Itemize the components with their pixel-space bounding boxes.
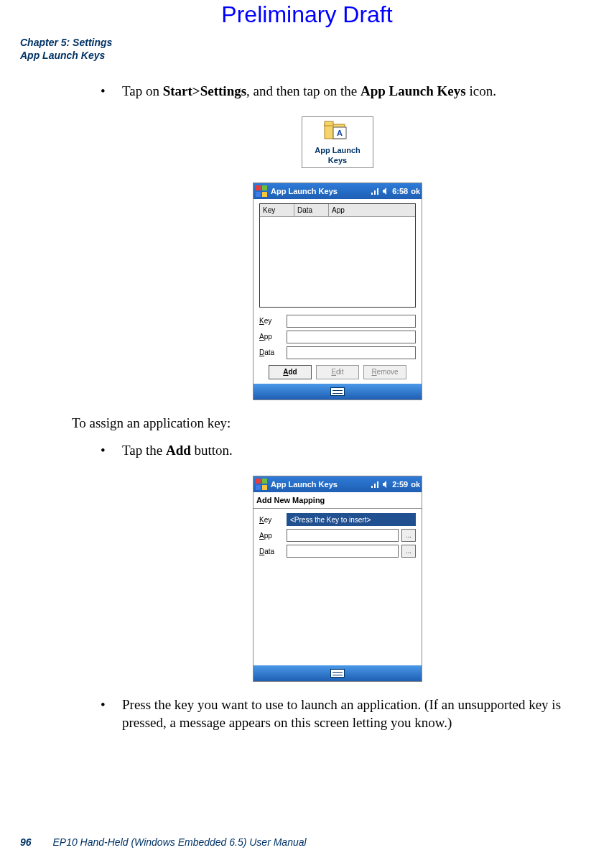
device-screen-1: App Launch Keys 6:58 ok Key Data App xyxy=(253,183,422,400)
text-fragment: Tap the xyxy=(122,443,166,458)
bullet-icon: • xyxy=(101,696,122,731)
titlebar-2: App Launch Keys 2:59 ok xyxy=(253,476,422,492)
windows-start-icon[interactable] xyxy=(255,478,268,491)
label-key-1: Key xyxy=(259,316,287,326)
svg-rect-4 xyxy=(256,185,261,190)
row-key-1: Key xyxy=(259,315,416,328)
figure-screen-1: App Launch Keys 6:58 ok Key Data App xyxy=(72,183,603,400)
bullet-icon: • xyxy=(101,83,122,101)
manual-title: EP10 Hand-Held (Windows Embedded 6.5) Us… xyxy=(52,836,306,848)
window-title-2: App Launch Keys xyxy=(271,476,371,492)
step-2: • Tap the Add button. xyxy=(101,442,603,460)
svg-rect-10 xyxy=(256,485,261,490)
page-header: Chapter 5: Settings App Launch Keys xyxy=(20,36,112,62)
sip-keyboard-icon[interactable] xyxy=(330,669,345,678)
add-label: Add xyxy=(166,443,191,458)
app-launch-keys-label: App Launch Keys xyxy=(361,83,466,98)
mappings-grid: Key Data App xyxy=(259,203,416,308)
row-data-2: Data ... xyxy=(259,545,416,558)
form-group-1: Key App Data xyxy=(259,315,416,359)
app-launch-keys-icon-badge: A App Launch Keys xyxy=(302,116,373,168)
svg-rect-7 xyxy=(262,192,267,197)
label-key-2: Key xyxy=(259,515,287,525)
data-field-1[interactable] xyxy=(287,346,416,359)
label-data-2: Data xyxy=(259,547,287,556)
app-field-2[interactable] xyxy=(287,529,399,542)
text-fragment: button. xyxy=(191,443,233,458)
key-field-1[interactable] xyxy=(287,315,416,328)
step-1: • Tap on Start>Settings, and then tap on… xyxy=(101,83,603,101)
ok-button-2[interactable]: ok xyxy=(411,476,420,492)
data-browse-button[interactable]: ... xyxy=(401,545,416,558)
page-footer: 96 EP10 Hand-Held (Windows Embedded 6.5)… xyxy=(20,836,307,848)
text-fragment: , and then tap on the xyxy=(246,83,361,98)
svg-rect-6 xyxy=(256,192,261,197)
col-data[interactable]: Data xyxy=(294,204,329,216)
clock-2: 2:59 xyxy=(392,476,408,492)
svg-rect-9 xyxy=(262,479,267,484)
step-2-text: Tap the Add button. xyxy=(122,442,603,460)
grid-header: Key Data App xyxy=(260,204,415,217)
device-screen-2: App Launch Keys 2:59 ok Add New Mapping … xyxy=(253,476,422,682)
row-app-2: App ... xyxy=(259,529,416,542)
step-1-text: Tap on Start>Settings, and then tap on t… xyxy=(122,83,603,101)
text-fragment: icon. xyxy=(466,83,496,98)
step-3-text: Press the key you want to use to launch … xyxy=(122,696,603,731)
window-title-1: App Launch Keys xyxy=(271,183,371,199)
svg-rect-11 xyxy=(262,485,267,490)
device-body-1: Key Data App Key App Data xyxy=(253,199,422,384)
add-new-mapping-title: Add New Mapping xyxy=(253,492,422,508)
icon-badge-line2: Keys xyxy=(302,155,373,165)
text-fragment: Tap on xyxy=(122,83,163,98)
clock-1: 6:58 xyxy=(392,183,408,199)
figure-screen-2: App Launch Keys 2:59 ok Add New Mapping … xyxy=(72,476,603,682)
row-key-2: Key <Press the Key to insert> xyxy=(259,513,416,526)
ok-button-1[interactable]: ok xyxy=(411,183,420,199)
svg-rect-5 xyxy=(262,185,267,190)
softkey-bar-1 xyxy=(253,384,422,400)
sip-keyboard-icon[interactable] xyxy=(330,387,345,396)
app-browse-button[interactable]: ... xyxy=(401,529,416,542)
status-area-2: 2:59 ok xyxy=(371,476,420,492)
label-data-1: Data xyxy=(259,348,287,357)
label-app-2: App xyxy=(259,531,287,540)
chapter-label: Chapter 5: Settings xyxy=(20,36,112,49)
volume-icon[interactable] xyxy=(382,187,389,195)
add-button[interactable]: Add xyxy=(269,365,312,379)
row-data-1: Data xyxy=(259,346,416,359)
edit-button: Edit xyxy=(316,365,359,379)
volume-icon[interactable] xyxy=(382,480,389,489)
svg-text:A: A xyxy=(337,129,343,137)
status-area-1: 6:58 ok xyxy=(371,183,420,199)
app-field-1[interactable] xyxy=(287,331,416,343)
step-3: • Press the key you want to use to launc… xyxy=(101,696,603,731)
bullet-icon: • xyxy=(101,442,122,460)
watermark-text: Preliminary Draft xyxy=(0,1,614,28)
connectivity-icon[interactable] xyxy=(371,187,379,195)
titlebar-1: App Launch Keys 6:58 ok xyxy=(253,183,422,199)
svg-rect-1 xyxy=(325,121,333,126)
key-field-2[interactable]: <Press the Key to insert> xyxy=(287,513,416,526)
page-number: 96 xyxy=(20,836,32,848)
button-row-1: Add Edit Remove xyxy=(259,365,416,379)
col-app[interactable]: App xyxy=(329,204,415,216)
label-app-1: App xyxy=(259,332,287,341)
connectivity-icon[interactable] xyxy=(371,480,379,489)
remove-button: Remove xyxy=(363,365,406,379)
device-body-2: Key <Press the Key to insert> App ... Da… xyxy=(253,509,422,665)
assign-intro-text: To assign an application key: xyxy=(72,415,603,433)
folder-a-icon: A xyxy=(323,120,352,142)
page-content: • Tap on Start>Settings, and then tap on… xyxy=(72,83,603,748)
section-label: App Launch Keys xyxy=(20,49,112,62)
softkey-bar-2 xyxy=(253,665,422,681)
start-settings-path: Start>Settings xyxy=(163,83,246,98)
windows-start-icon[interactable] xyxy=(255,185,268,198)
figure-icon-badge: A App Launch Keys xyxy=(72,116,603,168)
data-field-2[interactable] xyxy=(287,545,399,558)
svg-rect-8 xyxy=(256,479,261,484)
col-key[interactable]: Key xyxy=(260,204,294,216)
icon-badge-line1: App Launch xyxy=(302,145,373,155)
row-app-1: App xyxy=(259,331,416,343)
